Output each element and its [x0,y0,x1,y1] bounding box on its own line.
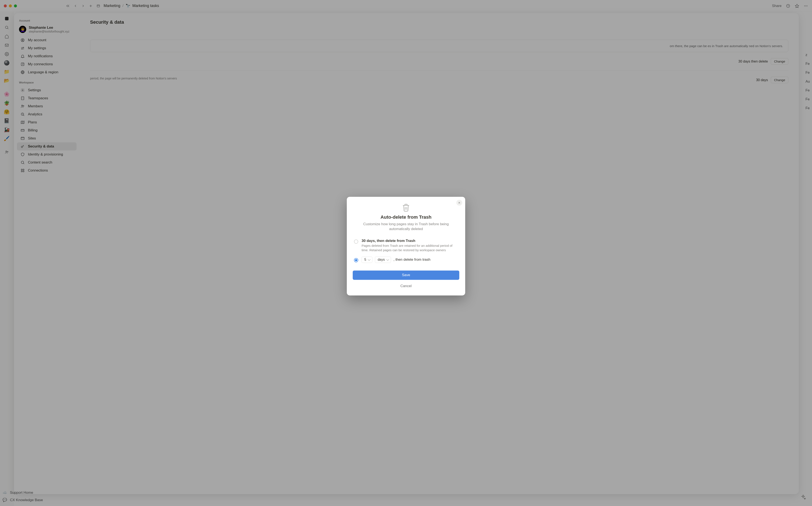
radio-unchecked[interactable] [354,240,358,244]
option-30-days[interactable]: 30 days, then delete from Trash Pages de… [353,237,459,255]
dialog-title: Auto-delete from Trash [353,215,459,220]
number-select[interactable]: 5 [362,257,372,263]
option-custom[interactable]: 5 days , then delete from trash [353,255,459,265]
option-description: Pages deleted from Trash are retained fo… [362,244,458,252]
select-value: 5 [364,258,366,262]
close-icon[interactable] [456,200,462,205]
save-button[interactable]: Save [353,271,459,280]
option-suffix: , then delete from trash [393,258,431,262]
cancel-button[interactable]: Cancel [353,282,459,290]
option-title: 30 days, then delete from Trash [362,239,458,243]
autodelete-dialog: Auto-delete from Trash Customize how lon… [347,197,465,296]
trash-icon [353,202,459,212]
radio-checked[interactable] [354,258,358,262]
unit-select[interactable]: days [375,257,391,263]
select-value: days [378,258,385,262]
dialog-subtitle: Customize how long pages stay in Trash b… [353,222,459,232]
